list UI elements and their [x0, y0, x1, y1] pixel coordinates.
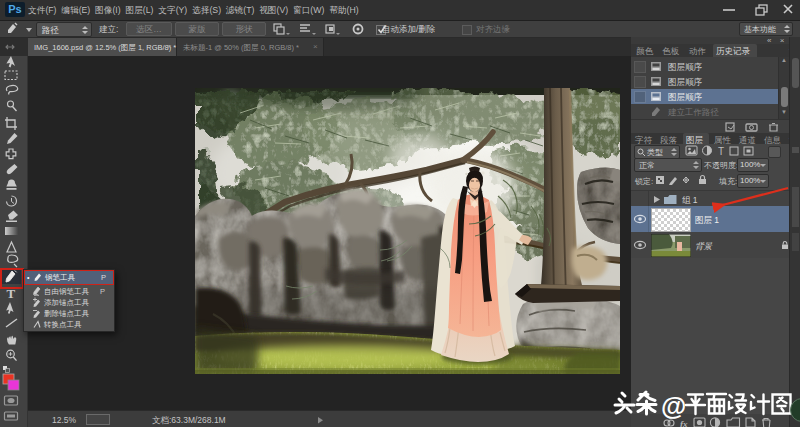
svg-text:T: T	[718, 146, 724, 157]
svg-text:@: @	[661, 391, 686, 421]
